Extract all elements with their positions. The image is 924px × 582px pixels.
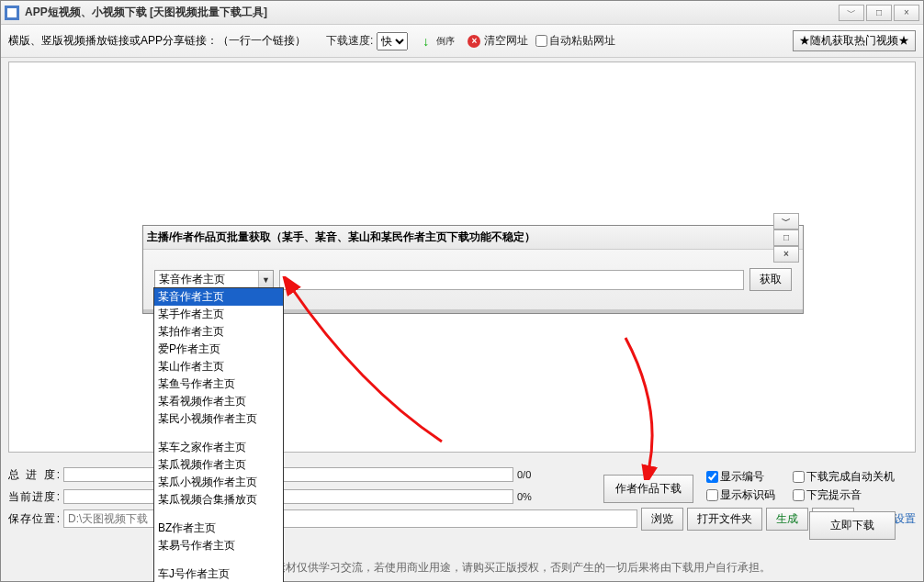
dropdown-option[interactable]: 某瓜小视频作者主页 bbox=[154, 474, 283, 491]
disclaimer-text: 免责声明：下载的视频、素材仅供学习交流，若使用商业用途，请购买正版授权，否则产生… bbox=[1, 560, 923, 576]
current-progress-bar bbox=[63, 489, 513, 504]
clear-urls-button[interactable]: × 清空网址 bbox=[468, 33, 528, 49]
speed-label: 下载速度: bbox=[326, 33, 373, 49]
auto-paste-checkbox[interactable]: 自动粘贴网址 bbox=[535, 33, 615, 49]
dialog-title: 主播/作者作品页批量获取（某手、某音、某山和某民作者主页下载功能不稳定） bbox=[147, 229, 535, 245]
dropdown-option[interactable]: 某山作者主页 bbox=[154, 358, 283, 375]
dialog-minimize-button[interactable]: ﹀ bbox=[773, 213, 799, 229]
fetch-button[interactable]: 获取 bbox=[749, 268, 792, 291]
total-progress-bar bbox=[63, 467, 513, 482]
maximize-button[interactable]: □ bbox=[866, 5, 892, 21]
dialog-maximize-button[interactable]: □ bbox=[773, 229, 799, 246]
app-icon bbox=[5, 6, 19, 20]
reverse-order-button[interactable]: 倒序 bbox=[436, 37, 455, 46]
dropdown-option[interactable]: 某手作者主页 bbox=[154, 306, 283, 323]
dropdown-option[interactable]: 某易号作者主页 bbox=[154, 537, 283, 554]
done-sound-checkbox[interactable]: 下完提示音 bbox=[793, 486, 895, 504]
window-title: APP短视频、小视频下载 [天图视频批量下载工具] bbox=[25, 5, 267, 20]
author-url-input[interactable] bbox=[279, 270, 744, 290]
dropdown-option[interactable]: 某拍作者主页 bbox=[154, 323, 283, 341]
total-progress-value: 0/0 bbox=[517, 469, 561, 480]
dropdown-option[interactable]: 某鱼号作者主页 bbox=[154, 375, 283, 393]
dropdown-option[interactable]: 爱P作者主页 bbox=[154, 341, 283, 358]
download-arrow-icon: ↓ bbox=[423, 34, 429, 49]
dropdown-option[interactable]: 某车之家作者主页 bbox=[154, 439, 283, 456]
generate-button[interactable]: 生成 bbox=[766, 508, 808, 531]
current-progress-value: 0% bbox=[517, 491, 561, 502]
chevron-down-icon: ▼ bbox=[258, 271, 273, 289]
close-button[interactable]: × bbox=[894, 5, 919, 21]
show-number-checkbox[interactable]: 显示编号 bbox=[706, 467, 775, 486]
show-code-checkbox[interactable]: 显示标识码 bbox=[706, 486, 775, 504]
save-path-input[interactable] bbox=[63, 509, 637, 528]
download-now-button[interactable]: 立即下载 bbox=[809, 511, 896, 540]
dropdown-option[interactable]: 车J号作者主页 bbox=[154, 565, 283, 582]
random-hot-button[interactable]: ★随机获取热门视频★ bbox=[793, 30, 916, 51]
auto-shutdown-checkbox[interactable]: 下载完成自动关机 bbox=[793, 467, 895, 486]
dropdown-option[interactable]: 某瓜视频合集播放页 bbox=[154, 491, 283, 509]
author-download-button[interactable]: 作者作品下载 bbox=[603, 475, 693, 503]
toolbar-instruction: 横版、竖版视频播放链接或APP分享链接：（一行一个链接） bbox=[8, 33, 306, 49]
dropdown-option[interactable]: BZ作者主页 bbox=[154, 520, 283, 537]
save-location-label: 保存位置: bbox=[8, 511, 60, 527]
dialog-close-button[interactable]: × bbox=[773, 246, 799, 263]
dropdown-option[interactable]: 某看视频作者主页 bbox=[154, 393, 283, 410]
dropdown-option[interactable]: 某瓜视频作者主页 bbox=[154, 456, 283, 474]
source-dropdown-list[interactable]: 某音作者主页 某手作者主页 某拍作者主页 爱P作者主页 某山作者主页 某鱼号作者… bbox=[153, 287, 284, 582]
dropdown-option[interactable]: 某民小视频作者主页 bbox=[154, 410, 283, 428]
browse-button[interactable]: 浏览 bbox=[641, 508, 683, 531]
current-progress-label: 当前进度: bbox=[8, 489, 60, 505]
open-folder-button[interactable]: 打开文件夹 bbox=[687, 508, 762, 531]
dropdown-option[interactable]: 某音作者主页 bbox=[154, 288, 283, 306]
minimize-button[interactable]: ﹀ bbox=[839, 5, 864, 21]
close-icon: × bbox=[468, 35, 480, 48]
total-progress-label: 总 进 度: bbox=[8, 467, 60, 483]
speed-select[interactable]: 快 bbox=[377, 32, 408, 50]
